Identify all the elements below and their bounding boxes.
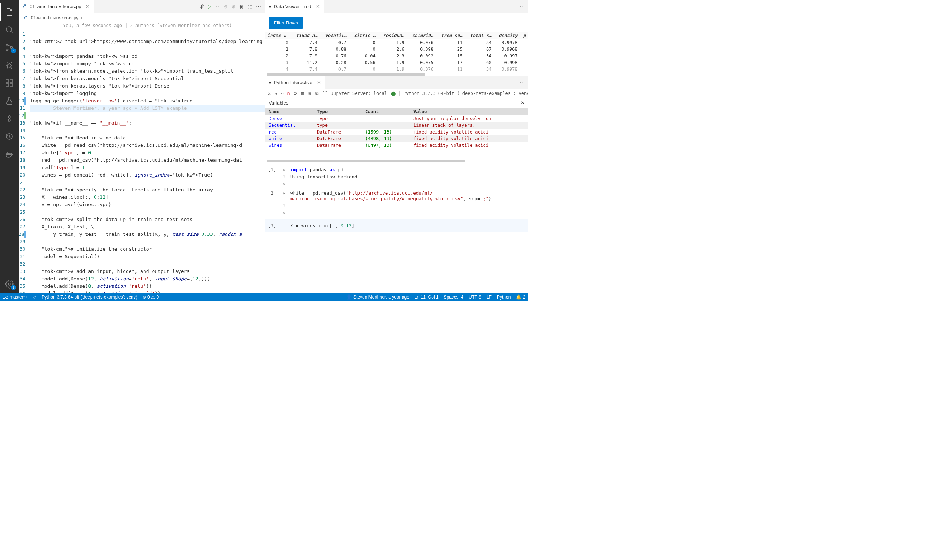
explorer-icon[interactable] <box>0 3 18 21</box>
column-header[interactable]: citric … <box>349 32 378 39</box>
cell[interactable]: [2] ▸ white = pd.read_csv("http://archiv… <box>265 189 529 202</box>
col-value[interactable]: Value <box>413 109 525 114</box>
branch-item[interactable]: ⎇ master*+ <box>3 294 28 300</box>
problems-item[interactable]: ⊗ 0 ⚠ 0 <box>142 294 159 300</box>
variable-row[interactable]: whiteDataFrame(4898, 13)fixed acidity vo… <box>265 135 529 142</box>
variable-row[interactable]: SequentialtypeLinear stack of layers. <box>265 122 529 129</box>
kernel-label[interactable]: Python 3.7.3 64-bit ('deep-nets-examples… <box>403 91 529 96</box>
column-header[interactable]: total s… <box>465 32 494 39</box>
run-above-icon[interactable]: ⊖ <box>224 4 228 9</box>
extensions-icon[interactable] <box>0 74 18 92</box>
goto-icon[interactable]: ⤴ <box>283 203 290 208</box>
svg-point-13 <box>8 283 11 285</box>
rerun-icon[interactable]: ↻ <box>274 91 277 96</box>
table-row[interactable]: 17.80.8802.60.09825670.9968 <box>265 46 529 53</box>
close-icon[interactable]: ✕ <box>521 100 525 106</box>
export-icon[interactable]: ⧉ <box>315 91 319 96</box>
blame-item[interactable]: 👤 Steven Mortimer, a year ago <box>346 294 409 300</box>
more-icon[interactable]: ⋯ <box>516 4 529 9</box>
interactive-cells: [1] ▸ import pandas as pd... ⤴ ✕ Using T… <box>265 164 529 293</box>
settings-badge: 1 <box>11 285 16 290</box>
python-env-item[interactable]: Python 3.7.3 64-bit ('deep-nets-examples… <box>42 294 137 300</box>
test-icon[interactable] <box>0 92 18 110</box>
scm-badge: 2 <box>11 48 16 54</box>
data-viewer-tab-label: Data Viewer - red <box>274 4 312 9</box>
expand-icon[interactable]: ▸ <box>283 167 290 172</box>
table-row[interactable]: 27.80.760.042.30.09215540.997 <box>265 53 529 59</box>
editor-tabs: 01-wine-binary-keras.py ✕ ⇵ ▷ ↔ ⊖ ⊕ ◉ ▯▯… <box>19 0 265 13</box>
col-type[interactable]: Type <box>317 109 365 114</box>
eol-item[interactable]: LF <box>486 294 492 300</box>
cancel-icon[interactable]: ✕ <box>268 91 270 96</box>
person-icon: 👤 <box>346 294 352 300</box>
column-header[interactable]: p <box>520 32 528 39</box>
delete-icon[interactable]: ✕ <box>283 210 290 215</box>
settings-icon[interactable]: 1 <box>0 275 18 293</box>
column-header[interactable]: residua… <box>378 32 407 39</box>
code-lines: "tok-cmt"># "tok-url">https://www.dataca… <box>30 31 265 293</box>
history-icon[interactable] <box>0 128 18 145</box>
restart-icon[interactable]: ◉ <box>239 4 244 9</box>
table-header[interactable]: index ▲fixed a…volatil…citric …residua…c… <box>265 32 529 39</box>
variable-row[interactable]: winesDataFrame(6497, 13)fixed acidity vo… <box>265 142 529 149</box>
filter-rows-button[interactable]: Filter Rows <box>269 17 303 29</box>
cursor-pos-item[interactable]: Ln 11, Col 1 <box>415 294 439 300</box>
python-interactive-tab[interactable]: ≡ Python Interactive ✕ <box>265 76 325 89</box>
run-icon[interactable]: ▷ <box>208 4 211 9</box>
table-row[interactable]: 311.20.280.561.90.07517600.998 <box>265 59 529 66</box>
data-viewer-tab[interactable]: ≡ Data Viewer - red ✕ <box>265 0 324 13</box>
data-table[interactable]: index ▲fixed a…volatil…citric …residua…c… <box>265 32 529 73</box>
docker-icon[interactable] <box>0 145 18 163</box>
close-icon[interactable]: ✕ <box>317 80 321 85</box>
input-cell[interactable]: [3] X = wines.iloc[:, 0:12] <box>265 219 529 232</box>
column-header[interactable]: density <box>494 32 520 39</box>
spaces-item[interactable]: Spaces: 4 <box>444 294 464 300</box>
go-back-icon[interactable]: ↔ <box>215 4 220 9</box>
more-icon[interactable]: ⋯ <box>516 80 529 85</box>
column-header[interactable]: fixed a… <box>291 32 320 39</box>
status-bar: ⎇ master*+ ⟳ Python 3.7.3 64-bit ('deep-… <box>0 293 529 301</box>
close-icon[interactable]: ✕ <box>316 4 320 9</box>
column-header[interactable]: index ▲ <box>265 32 291 39</box>
close-icon[interactable]: ✕ <box>86 4 90 9</box>
env-icon[interactable] <box>0 110 18 128</box>
variable-row[interactable]: redDataFrame(1599, 13)fixed acidity vola… <box>265 129 529 135</box>
breadcrumb[interactable]: 01-wine-binary-keras.py › ... <box>19 13 265 22</box>
delete-icon[interactable]: ✕ <box>283 181 290 186</box>
save-icon[interactable]: 🗎 <box>307 91 312 96</box>
code-editor[interactable]: 1234567891011121314151617181920212223242… <box>19 31 265 293</box>
column-header[interactable]: chlorid… <box>407 32 436 39</box>
variables-icon[interactable]: ▦ <box>301 91 304 96</box>
restart-icon[interactable]: ⟳ <box>293 91 297 96</box>
column-header[interactable]: free su… <box>436 32 465 39</box>
undo-icon[interactable]: ↶ <box>281 91 283 96</box>
col-count[interactable]: Count <box>365 109 413 114</box>
split-icon[interactable]: ▯▯ <box>247 4 252 9</box>
notifications-item[interactable]: 🔔 2 <box>516 294 526 300</box>
language-item[interactable]: Python <box>497 294 510 300</box>
compare-icon[interactable]: ⇵ <box>200 4 204 9</box>
table-row[interactable]: 07.40.701.90.07611340.9978 <box>265 39 529 46</box>
cell[interactable]: [1] ▸ import pandas as pd... <box>265 166 529 173</box>
col-name[interactable]: Name <box>269 109 317 114</box>
table-row[interactable]: 47.40.701.90.07611340.9978 <box>265 66 529 73</box>
more-icon[interactable]: ⋯ <box>256 4 261 9</box>
expand-icon[interactable]: ⛶ <box>322 91 327 96</box>
variable-row[interactable]: DensetypeJust your regular densely-con <box>265 115 529 122</box>
stop-icon[interactable]: ▢ <box>287 91 290 96</box>
horizontal-scrollbar[interactable] <box>267 74 425 75</box>
column-header[interactable]: volatil… <box>320 32 349 39</box>
sync-icon[interactable]: ⟳ <box>32 294 36 300</box>
encoding-item[interactable]: UTF-8 <box>469 294 481 300</box>
scm-icon[interactable]: 2 <box>0 38 18 56</box>
debug-icon[interactable] <box>0 56 18 74</box>
editor-tab[interactable]: 01-wine-binary-keras.py ✕ <box>19 0 94 13</box>
expand-icon[interactable]: ▸ <box>283 190 290 196</box>
jupyter-server-label[interactable]: Jupyter Server: local <box>331 91 387 96</box>
bell-icon: 🔔 <box>516 294 521 300</box>
server-status-icon: ⬤ <box>391 91 396 96</box>
search-icon[interactable] <box>0 21 18 38</box>
horizontal-scrollbar[interactable] <box>267 160 465 162</box>
run-below-icon[interactable]: ⊕ <box>231 4 236 9</box>
goto-icon[interactable]: ⤴ <box>283 174 290 180</box>
